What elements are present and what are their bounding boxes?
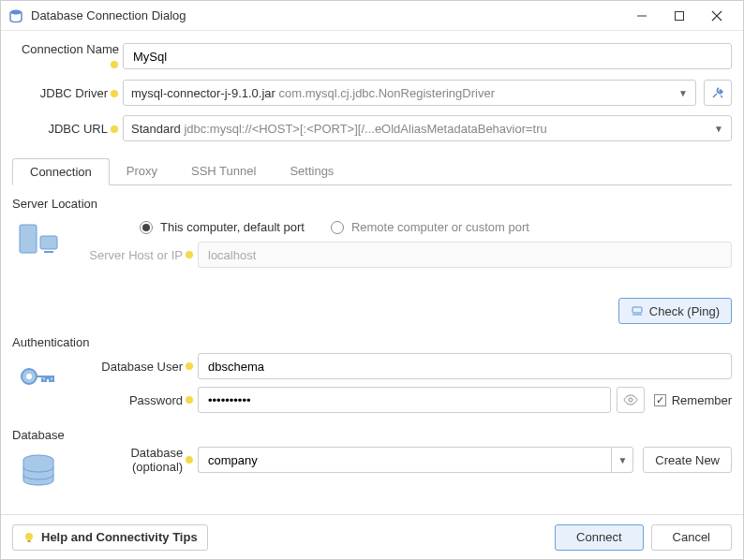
password-label: Password xyxy=(78,393,198,407)
database-input[interactable] xyxy=(198,447,611,473)
tab-bar: Connection Proxy SSH Tunnel Settings xyxy=(12,158,732,185)
hint-icon xyxy=(110,125,119,134)
database-icon xyxy=(16,449,61,494)
titlebar: Database Connection Dialog xyxy=(1,1,743,31)
connection-name-input[interactable] xyxy=(123,43,732,69)
reveal-password-button[interactable] xyxy=(617,387,645,413)
hint-icon xyxy=(185,250,194,259)
create-new-button[interactable]: Create New xyxy=(643,447,732,473)
svg-rect-10 xyxy=(44,251,53,253)
hint-icon xyxy=(185,395,194,405)
connection-name-label: Connection Name xyxy=(12,42,123,70)
server-icon xyxy=(16,217,61,262)
connect-button[interactable]: Connect xyxy=(555,524,643,551)
check-ping-button[interactable]: Check (Ping) xyxy=(618,298,732,324)
radio-remote[interactable]: Remote computer or custom port xyxy=(331,220,529,234)
chevron-down-icon: ▼ xyxy=(714,124,723,134)
svg-point-20 xyxy=(25,533,33,540)
jdbc-driver-label: JDBC Driver xyxy=(12,86,123,100)
cancel-button[interactable]: Cancel xyxy=(651,524,732,551)
minimize-button[interactable] xyxy=(623,2,661,30)
tab-settings[interactable]: Settings xyxy=(273,158,350,184)
tab-connection[interactable]: Connection xyxy=(12,158,110,185)
db-user-input[interactable] xyxy=(198,353,732,379)
connection-panel: Server Location This computer, default p… xyxy=(1,185,743,514)
authentication-section: Authentication Database User Password Re… xyxy=(12,335,732,420)
driver-tools-button[interactable] xyxy=(704,80,732,106)
svg-point-6 xyxy=(111,90,118,97)
jdbc-driver-select[interactable]: mysql-connector-j-9.1.0.jar com.mysql.cj… xyxy=(123,80,696,106)
tab-ssh-tunnel[interactable]: SSH Tunnel xyxy=(174,158,273,184)
svg-point-17 xyxy=(629,398,632,402)
tab-proxy[interactable]: Proxy xyxy=(110,158,174,184)
svg-point-7 xyxy=(111,125,118,133)
hint-icon xyxy=(110,60,119,69)
db-user-label: Database User xyxy=(78,360,198,374)
password-input[interactable] xyxy=(198,387,611,413)
window-title: Database Connection Dialog xyxy=(31,8,623,22)
server-host-label: Server Host or IP xyxy=(78,248,198,262)
server-host-input xyxy=(198,242,732,268)
svg-point-16 xyxy=(186,396,193,404)
svg-point-11 xyxy=(186,251,193,258)
svg-point-5 xyxy=(111,61,118,68)
database-label: Database (optional) xyxy=(78,446,198,474)
key-icon xyxy=(16,356,61,401)
database-section: Database Database (optional) ▼ Create Ne… xyxy=(12,428,732,481)
svg-point-19 xyxy=(186,456,193,464)
lightbulb-icon xyxy=(22,531,36,544)
hint-icon xyxy=(185,455,194,464)
server-location-title: Server Location xyxy=(12,197,732,211)
window-controls xyxy=(623,2,736,30)
dialog-window: Database Connection Dialog Connection Na… xyxy=(0,0,744,560)
svg-rect-9 xyxy=(40,236,57,249)
svg-rect-12 xyxy=(632,307,642,313)
svg-rect-8 xyxy=(20,225,37,253)
header-form: Connection Name JDBC Driver mysql-connec… xyxy=(1,31,743,151)
svg-rect-2 xyxy=(676,11,684,20)
chevron-down-icon: ▼ xyxy=(618,455,627,465)
radio-local[interactable]: This computer, default port xyxy=(140,220,305,234)
chevron-down-icon: ▼ xyxy=(678,88,688,98)
app-db-icon xyxy=(8,8,23,23)
close-button[interactable] xyxy=(698,2,736,30)
authentication-title: Authentication xyxy=(12,335,732,349)
svg-point-14 xyxy=(26,374,32,379)
database-dropdown[interactable]: ▼ xyxy=(611,447,633,473)
ping-icon xyxy=(631,304,644,317)
svg-rect-21 xyxy=(28,540,31,542)
hint-icon xyxy=(185,361,194,371)
server-location-section: Server Location This computer, default p… xyxy=(12,197,732,328)
eye-icon xyxy=(623,392,638,407)
help-button[interactable]: Help and Connectivity Tips xyxy=(12,524,208,551)
jdbc-url-label: JDBC URL xyxy=(12,122,123,136)
hint-icon xyxy=(110,89,119,98)
database-title: Database xyxy=(12,428,732,442)
tools-icon xyxy=(710,85,725,100)
maximize-button[interactable] xyxy=(661,2,698,30)
svg-point-0 xyxy=(10,9,22,14)
dialog-footer: Help and Connectivity Tips Connect Cance… xyxy=(1,514,743,559)
jdbc-url-select[interactable]: Standard jdbc:mysql://<HOST>[:<PORT>][/.… xyxy=(123,115,732,141)
svg-point-15 xyxy=(186,362,193,370)
remember-checkbox[interactable]: Remember xyxy=(654,393,732,407)
